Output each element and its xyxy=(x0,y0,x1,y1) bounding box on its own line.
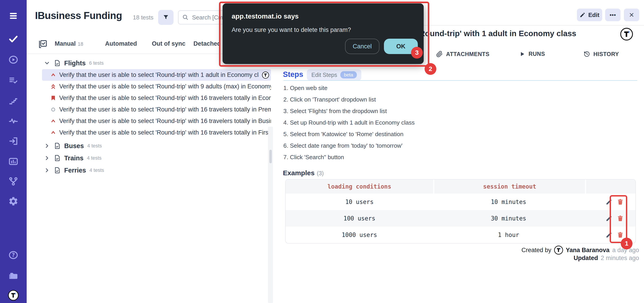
branches-icon[interactable] xyxy=(8,176,19,187)
table-cell: 30 minutes xyxy=(433,215,584,222)
test-row-title: Verify that the user is able to select '… xyxy=(59,72,259,79)
test-row[interactable]: Verify that the user is able to select '… xyxy=(42,92,271,104)
created-by-line: Created by Yana Baranova a day ago xyxy=(522,245,639,255)
annotation-rect-dialog xyxy=(219,2,429,67)
suite-test-count: 4 tests xyxy=(90,167,104,173)
annotation-badge-2: 2 xyxy=(424,63,436,75)
table-cell: 100 users xyxy=(286,215,433,222)
priority-high-icon xyxy=(50,130,56,136)
updated-time: 2 minutes ago xyxy=(600,255,639,262)
test-row-title: Verify that the user is able to select '… xyxy=(59,83,271,90)
beta-badge: beta xyxy=(340,71,357,79)
suite-name: Trains xyxy=(64,154,84,162)
pencil-icon xyxy=(580,12,586,18)
test-row-title: Verify that the user is able to select '… xyxy=(59,95,271,102)
reports-bar-chart-icon[interactable] xyxy=(8,156,19,167)
test-row[interactable]: Verify that the user is able to select '… xyxy=(42,127,271,138)
chevron-right-icon[interactable] xyxy=(44,155,50,161)
scrollbar-thumb[interactable] xyxy=(269,150,272,163)
test-plans-list-check-icon[interactable] xyxy=(8,75,19,86)
more-options-button[interactable]: ••• xyxy=(605,9,620,21)
step-item: 6. Select date range from 'today' to 'to… xyxy=(283,142,402,149)
tab-manual-count: 18 xyxy=(78,41,83,47)
suite-name: Ferries xyxy=(64,167,86,174)
suite-row[interactable]: Trains4 tests xyxy=(27,152,274,164)
step-item: 1. Open web site xyxy=(283,85,328,92)
pull-requests-icon[interactable] xyxy=(8,136,19,147)
project-title: IBusiness Funding xyxy=(35,10,122,21)
close-button[interactable]: ✕ xyxy=(624,9,639,21)
step-item: 3. Select 'Flights' from the dropdown li… xyxy=(283,108,387,115)
table-cell: 10 minutes xyxy=(433,198,584,205)
help-icon[interactable]: ? xyxy=(8,250,19,260)
tab-history[interactable]: HISTORY xyxy=(584,51,619,58)
analytics-pulse-icon[interactable] xyxy=(8,115,19,126)
chevron-right-icon[interactable] xyxy=(44,167,50,173)
priority-high-icon xyxy=(50,118,56,124)
suite-name: Buses xyxy=(64,142,84,150)
hamburger-menu-icon[interactable] xyxy=(8,11,19,21)
suite-file-icon xyxy=(54,154,61,162)
ellipsis-icon: ••• xyxy=(610,12,616,18)
suite-row[interactable]: Buses4 tests xyxy=(27,140,274,152)
annotation-rect-delete-column xyxy=(610,195,627,243)
tab-out-of-sync[interactable]: Out of sync xyxy=(152,40,186,47)
suite-test-count: 4 tests xyxy=(87,143,102,149)
tab-runs[interactable]: RUNS xyxy=(519,51,545,57)
table-row: 10 users10 minutes xyxy=(286,194,636,210)
steps-divider xyxy=(284,80,637,81)
test-row-title: Verify that the user is able to select '… xyxy=(59,106,271,113)
chevron-down-icon[interactable] xyxy=(44,60,50,66)
author-name: Yana Baranova xyxy=(566,247,610,254)
select-tests-icon[interactable] xyxy=(38,39,48,49)
test-row-title: Verify that the user is able to select '… xyxy=(59,118,271,125)
edit-button[interactable]: Edit xyxy=(577,9,602,21)
annotation-badge-3: 3 xyxy=(411,47,423,59)
test-row[interactable]: Verify that the user is able to select '… xyxy=(42,115,271,127)
testomatio-logo-icon[interactable] xyxy=(8,290,19,301)
column-header: loading conditions xyxy=(286,180,433,194)
priority-blocker-icon xyxy=(50,95,56,101)
priority-critical-icon xyxy=(50,83,56,90)
close-icon: ✕ xyxy=(629,11,634,19)
tab-attachments[interactable]: ATTACHMENTS xyxy=(436,51,490,58)
test-row[interactable]: Verify that the user is able to select '… xyxy=(42,104,271,115)
step-item: 4. Set up Round-trip with 1 adult in Eco… xyxy=(283,119,415,126)
tests-check-icon[interactable] xyxy=(8,34,19,44)
step-item: 7. Click 'Search" button xyxy=(283,154,344,161)
app-window: ? IBusiness Funding 18 tests Manual18 Au… xyxy=(0,0,644,303)
updated-line: Updated 2 minutes ago xyxy=(574,255,639,262)
tab-automated[interactable]: Automated xyxy=(105,40,137,47)
suite-test-count: 4 tests xyxy=(87,155,102,161)
testomatio-badge-icon xyxy=(262,72,269,79)
table-cell: 10 users xyxy=(286,198,433,205)
filter-button[interactable] xyxy=(158,10,174,25)
examples-heading: Examples (3) xyxy=(283,169,324,177)
tab-detached[interactable]: Detached xyxy=(194,40,221,47)
history-icon xyxy=(584,51,590,58)
play-icon xyxy=(519,51,525,57)
table-cell: 1 hour xyxy=(433,231,584,238)
settings-gear-icon[interactable] xyxy=(8,196,19,207)
tab-manual[interactable]: Manual18 xyxy=(55,40,84,47)
funnel-icon xyxy=(162,14,169,21)
tests-count: 18 tests xyxy=(133,14,154,21)
search-icon xyxy=(182,14,189,21)
examples-table: loading conditionssession timeout10 user… xyxy=(285,179,636,243)
edit-steps-button[interactable]: Edit Steps beta xyxy=(307,69,361,81)
steps-heading: Steps xyxy=(283,70,303,79)
author-avatar xyxy=(554,245,563,255)
runs-play-circle-icon[interactable] xyxy=(8,54,19,65)
suite-file-icon xyxy=(54,167,61,174)
priority-normal-icon xyxy=(50,107,56,113)
chevron-right-icon[interactable] xyxy=(44,143,50,149)
table-row: 1000 users1 hour xyxy=(286,227,636,243)
projects-folder-icon[interactable] xyxy=(8,270,19,281)
test-row[interactable]: Verify that the user is able to select '… xyxy=(42,69,271,81)
milestones-stairs-icon[interactable] xyxy=(8,95,19,106)
column-header: session timeout xyxy=(434,180,585,194)
test-row-title: Verify that the user is able to select '… xyxy=(59,129,271,136)
test-row[interactable]: Verify that the user is able to select '… xyxy=(42,81,271,92)
examples-table-header: loading conditionssession timeout xyxy=(286,180,636,194)
suite-row[interactable]: Ferries4 tests xyxy=(27,164,274,176)
